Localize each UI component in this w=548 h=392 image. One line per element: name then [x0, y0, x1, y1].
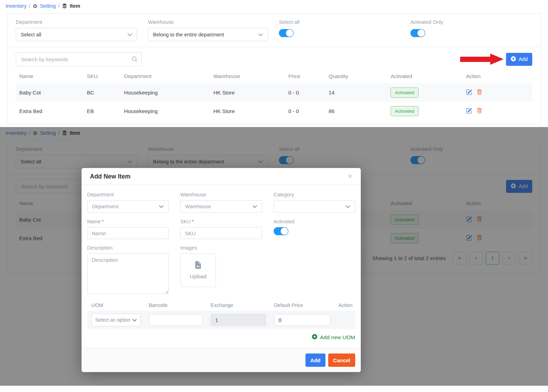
modal-row-selects: Department Department Warehouse Warehous…: [87, 192, 355, 213]
cell-quantity: 86: [325, 102, 387, 120]
edit-icon: [466, 108, 472, 115]
uom-table-header: UOM Barcode Exchange Default Price Actio…: [87, 302, 355, 308]
col-header-department: Department: [121, 70, 210, 83]
table-row: Baby Cot BC Housekeeping HK Store 0 - 0 …: [16, 83, 532, 102]
breadcrumb-setting-link[interactable]: Setting: [40, 3, 56, 9]
modal-body: Department Department Warehouse Warehous…: [82, 185, 361, 348]
edit-button[interactable]: [466, 89, 472, 96]
department-filter-select[interactable]: Select all: [16, 28, 137, 41]
breadcrumb: Inventory / ⚙ Setting / Item: [0, 0, 548, 12]
modal-activated-toggle[interactable]: [274, 227, 288, 235]
modal-department-field: Department Department: [87, 192, 169, 213]
page-bottom-strip: [0, 386, 548, 392]
action-col-header: Action: [338, 302, 352, 308]
arrow-shaft: [460, 57, 490, 62]
select-all-filter: Select all: [279, 19, 400, 41]
search-icon: [132, 56, 138, 64]
filter-bar: Department Select all Warehouse Belong t…: [16, 19, 532, 47]
chevron-down-icon: [159, 204, 164, 209]
modal-cancel-button[interactable]: Cancel: [328, 354, 355, 367]
required-asterisk: *: [192, 219, 194, 224]
modal-row-description-images: Description Images Upload: [87, 245, 355, 295]
close-icon[interactable]: ×: [348, 173, 352, 180]
cell-quantity: 14: [325, 83, 387, 102]
delete-button[interactable]: [477, 108, 482, 115]
uom-row: Select an option: [87, 311, 355, 329]
search-box: [16, 52, 142, 66]
toolbar: Add: [16, 52, 532, 66]
modal-add-button[interactable]: Add: [305, 354, 325, 367]
modal-department-select[interactable]: Department: [87, 200, 169, 213]
status-badge: Activated: [391, 106, 419, 116]
uom-select[interactable]: Select an option: [91, 314, 141, 326]
modal-activated-label: Activated: [274, 219, 355, 224]
trash-icon: [477, 108, 482, 115]
activated-only-toggle[interactable]: [410, 29, 425, 37]
add-uom-row: Add new UOM: [87, 334, 355, 341]
modal-name-input[interactable]: [87, 227, 169, 239]
col-header-price: Price: [285, 70, 325, 83]
file-image-icon: [194, 261, 202, 270]
default-price-col-header: Default Price: [274, 302, 330, 308]
uom-barcode-input[interactable]: [149, 314, 203, 326]
warehouse-filter-value: Belong to the entire department: [153, 32, 224, 37]
add-new-uom-button[interactable]: Add new UOM: [312, 334, 355, 341]
delete-button[interactable]: [477, 89, 482, 96]
modal-activated-field: Activated: [274, 219, 355, 239]
col-header-action: Action: [463, 70, 532, 83]
chevron-down-icon: [132, 317, 137, 323]
cell-warehouse: HK Store: [210, 83, 285, 102]
edit-button[interactable]: [466, 108, 472, 115]
uom-col-header: UOM: [91, 302, 141, 308]
select-all-label: Select all: [279, 19, 400, 25]
plus-circle-icon: [511, 56, 516, 63]
barcode-col-header: Barcode: [149, 302, 203, 308]
database-icon: [62, 4, 67, 9]
modal-category-select[interactable]: [274, 200, 355, 213]
warehouse-filter-select[interactable]: Belong to the entire department: [148, 28, 268, 41]
add-new-item-modal: Add New Item × Department Department War…: [82, 168, 361, 372]
breadcrumb-separator: /: [58, 3, 59, 9]
search-input[interactable]: [16, 52, 142, 66]
image-upload-dropzone[interactable]: Upload: [180, 253, 216, 287]
col-header-warehouse: Warehouse: [210, 70, 285, 83]
chevron-down-icon: [127, 32, 132, 37]
cell-department: Housekeeping: [121, 83, 210, 102]
cell-price: 0 - 0: [285, 83, 325, 102]
add-button-label: Add: [519, 56, 528, 62]
cell-department: Housekeeping: [121, 102, 210, 120]
edit-icon: [466, 89, 472, 96]
modal-warehouse-field: Warehouse Warehouse: [180, 192, 262, 213]
cell-price: 0 - 0: [285, 102, 325, 120]
col-header-quantity: Quantity: [325, 70, 387, 83]
modal-description-field: Description: [87, 245, 169, 295]
modal-sku-field: SKU*: [180, 219, 262, 239]
warehouse-filter: Warehouse Belong to the entire departmen…: [148, 19, 268, 41]
modal-sku-input[interactable]: [180, 227, 262, 239]
items-table: Name SKU Department Warehouse Price Quan…: [16, 70, 532, 120]
modal-images-label: Images: [180, 245, 262, 251]
modal-description-textarea[interactable]: [87, 253, 169, 294]
item-list-card: Department Select all Warehouse Belong t…: [7, 13, 541, 124]
plus-circle-green-icon: [312, 334, 317, 341]
modal-warehouse-select[interactable]: Warehouse: [180, 200, 262, 213]
cell-warehouse: HK Store: [210, 102, 285, 120]
uom-default-price-input[interactable]: [274, 314, 330, 326]
modal-name-label: Name: [87, 219, 101, 224]
modal-sku-label: SKU: [180, 219, 191, 224]
chevron-down-icon: [345, 204, 350, 209]
col-header-activated: Activated: [387, 70, 462, 83]
breadcrumb-inventory-link[interactable]: Inventory: [6, 3, 27, 9]
upload-label: Upload: [190, 273, 207, 279]
item-list-screen-dimmed: Inventory / ⚙ Setting / Item Department …: [0, 127, 548, 386]
modal-description-label: Description: [87, 245, 169, 251]
activated-only-filter: Activated Only: [410, 19, 443, 41]
gear-icon: ⚙: [33, 4, 37, 9]
item-list-screen: Inventory / ⚙ Setting / Item Department …: [0, 0, 548, 127]
chevron-down-icon: [258, 32, 263, 37]
modal-images-field: Images Upload: [180, 245, 262, 295]
select-all-toggle[interactable]: [279, 29, 294, 37]
department-filter: Department Select all: [16, 19, 137, 41]
add-item-button[interactable]: Add: [506, 53, 532, 66]
required-asterisk: *: [102, 219, 104, 224]
